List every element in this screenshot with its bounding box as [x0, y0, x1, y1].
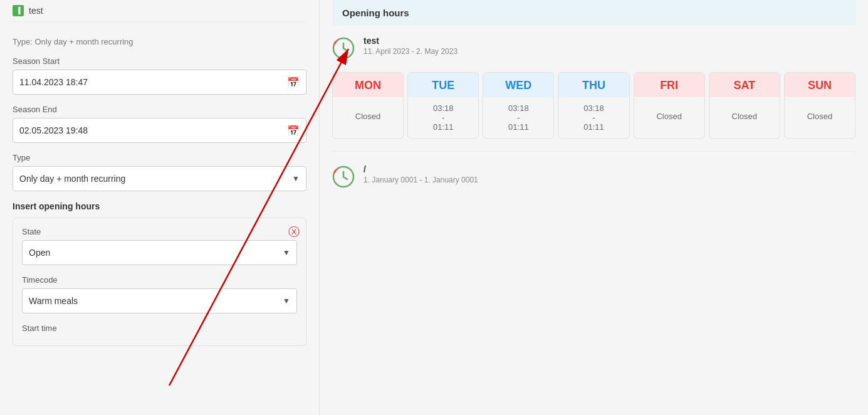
day-body-mon: Closed — [333, 97, 403, 135]
type-value: Only day + month recurring — [19, 174, 125, 184]
timecode-select[interactable]: Warm meals ▼ — [22, 288, 297, 313]
season-end-group: Season End 02.05.2023 19:48 📅 — [13, 105, 306, 143]
state-label: State — [22, 227, 297, 236]
type-group: Type Only day + month recurring ▼ — [13, 153, 306, 191]
timecode-group: Timecode Warm meals ▼ — [22, 275, 297, 313]
day-card-fri: FRI Closed — [634, 72, 705, 139]
season-name-1: test — [363, 36, 458, 46]
day-header-fri: FRI — [634, 73, 704, 97]
insert-section-label: Insert opening hours — [13, 201, 306, 211]
day-body-thu: 03:18-01:11 — [558, 97, 629, 138]
season-end-input[interactable]: 02.05.2023 19:48 📅 — [13, 118, 306, 143]
calendar-icon-start: 📅 — [287, 76, 300, 88]
state-chevron-icon: ▼ — [283, 248, 290, 257]
right-panel: Opening hours test 11. April 2023 - 2. M… — [320, 0, 868, 415]
day-header-sun: SUN — [785, 73, 855, 97]
top-bar: ▐ test — [13, 0, 306, 22]
day-body-sun: Closed — [785, 97, 855, 135]
day-header-thu: THU — [558, 73, 629, 97]
clock-icon-2 — [332, 165, 355, 188]
day-card-sun: SUN Closed — [784, 72, 855, 139]
timecode-label: Timecode — [22, 275, 297, 285]
day-card-mon: MON Closed — [332, 72, 404, 139]
day-card-wed: WED 03:18-01:11 — [483, 72, 554, 139]
insert-opening-hours-section: Insert opening hours ⓧ State Open ▼ Time… — [13, 201, 306, 346]
clock-icon-1 — [332, 37, 355, 60]
days-grid-1: MON Closed TUE 03:18-01:11 WED 03:18-01:… — [332, 72, 855, 139]
season-start-group: Season Start 11.04.2023 18:47 📅 — [13, 56, 306, 95]
day-header-tue: TUE — [408, 73, 478, 97]
day-card-tue: TUE 03:18-01:11 — [407, 72, 479, 139]
season-info-1: test 11. April 2023 - 2. May 2023 — [363, 36, 458, 56]
day-body-sat: Closed — [709, 97, 780, 135]
day-card-sat: SAT Closed — [709, 72, 780, 139]
season-row-2: / 1. January 0001 - 1. January 0001 — [332, 164, 855, 188]
day-header-wed: WED — [483, 73, 553, 97]
day-header-sat: SAT — [709, 73, 780, 97]
type-select[interactable]: Only day + month recurring ▼ — [13, 166, 306, 191]
day-body-wed: 03:18-01:11 — [483, 97, 553, 138]
calendar-icon-end: 📅 — [287, 125, 300, 137]
bar-chart-icon: ▐ — [13, 5, 24, 16]
state-value: Open — [29, 248, 50, 258]
day-body-fri: Closed — [634, 97, 704, 135]
season-divider — [332, 151, 855, 152]
season-dates-1: 11. April 2023 - 2. May 2023 — [363, 47, 458, 56]
start-time-label: Start time — [22, 323, 297, 333]
season-row-1: test 11. April 2023 - 2. May 2023 — [332, 36, 855, 60]
type-chevron-icon: ▼ — [292, 174, 300, 183]
season-end-value: 02.05.2023 19:48 — [19, 125, 88, 135]
close-button[interactable]: ⓧ — [288, 224, 300, 239]
timecode-value: Warm meals — [29, 296, 78, 306]
timecode-chevron-icon: ▼ — [283, 297, 290, 305]
start-time-group: Start time — [22, 323, 297, 333]
type-text: Type: Only day + month recurring — [13, 32, 306, 56]
day-card-thu: THU 03:18-01:11 — [558, 72, 629, 139]
state-select[interactable]: Open ▼ — [22, 240, 297, 265]
season-end-label: Season End — [13, 105, 306, 114]
top-bar-name: test — [29, 6, 43, 16]
day-body-tue: 03:18-01:11 — [408, 97, 478, 138]
day-header-mon: MON — [333, 73, 403, 97]
insert-section-box: ⓧ State Open ▼ Timecode Warm meals ▼ — [13, 218, 306, 346]
season-start-value: 11.04.2023 18:47 — [19, 77, 88, 87]
top-bar-title: ▐ test — [13, 5, 43, 16]
state-group: State Open ▼ — [22, 227, 297, 265]
season-name-2: / — [363, 164, 478, 174]
main-container: ▐ test Type: Only day + month recurring … — [0, 0, 868, 415]
season-start-label: Season Start — [13, 56, 306, 66]
season-info-2: / 1. January 0001 - 1. January 0001 — [363, 164, 478, 184]
season-dates-2: 1. January 0001 - 1. January 0001 — [363, 176, 478, 184]
season-start-input[interactable]: 11.04.2023 18:47 📅 — [13, 70, 306, 95]
left-panel: ▐ test Type: Only day + month recurring … — [0, 0, 320, 415]
type-label: Type — [13, 153, 306, 162]
arrow-overlay — [320, 0, 868, 415]
opening-hours-header: Opening hours — [332, 0, 855, 26]
